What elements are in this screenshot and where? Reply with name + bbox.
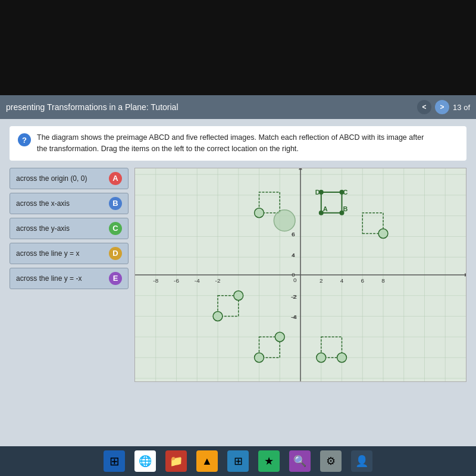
main-content: ? The diagram shows the preimage ABCD an… [0,119,476,452]
chrome-icon[interactable]: 🌐 [134,450,156,472]
grid-icon[interactable]: ⊞ [227,450,249,472]
drag-item-e-text: across the line y = -x [16,274,82,283]
drag-item-c[interactable]: across the y-axis C [10,218,129,239]
question-text: The diagram shows the preimage ABCD and … [37,132,424,155]
question-line2: the transformation. Drag the items on th… [37,145,299,153]
svg-text:6: 6 [292,231,295,237]
triangle-icon[interactable]: ▲ [196,450,218,472]
svg-text:-2: -2 [215,277,221,283]
drag-item-d-text: across the line y = x [16,249,79,258]
svg-text:-4: -4 [292,314,297,320]
header-bar: presenting Transformations in a Plane: T… [0,95,476,119]
drag-item-b-text: across the x-axis [16,199,70,208]
drag-label-c: C [109,222,122,235]
drag-item-a[interactable]: across the origin (0, 0) A [10,168,129,189]
drag-item-c-text: across the y-axis [16,224,70,233]
graph-area: -8 -6 -4 -2 2 4 6 8 4 6 -2 -4 0 [134,168,466,382]
svg-text:2: 2 [320,277,323,283]
svg-point-64 [255,353,264,362]
svg-point-65 [275,332,284,342]
svg-text:A: A [323,205,328,212]
svg-point-53 [340,210,345,215]
user-icon[interactable]: 👤 [351,450,372,472]
svg-text:-6: -6 [174,277,179,283]
content-area: across the origin (0, 0) A across the x-… [10,168,466,382]
question-box: ? The diagram shows the preimage ABCD an… [10,126,466,161]
question-line1: The diagram shows the preimage ABCD and … [37,133,424,142]
files-icon[interactable]: 📁 [165,450,187,472]
svg-point-57 [378,228,388,238]
left-panel: across the origin (0, 0) A across the x-… [10,168,129,382]
drag-item-b[interactable]: across the x-axis B [10,193,129,214]
header-title: presenting Transformations in a Plane: T… [6,102,178,112]
svg-point-52 [319,210,324,215]
svg-text:0: 0 [293,276,297,283]
svg-point-54 [340,190,345,195]
drag-item-a-text: across the origin (0, 0) [16,174,87,183]
svg-marker-27 [465,273,466,277]
top-black-bar [0,0,476,95]
svg-text:-8: -8 [153,277,158,283]
svg-point-55 [319,190,324,195]
settings-icon[interactable]: ⚙ [320,450,342,472]
svg-text:8: 8 [381,277,385,283]
svg-text:B: B [343,205,347,212]
drag-item-d[interactable]: across the line y = x D [10,243,129,264]
drag-label-d: D [109,247,122,260]
next-button[interactable]: > [435,100,449,114]
drag-label-b: B [109,197,122,210]
question-icon: ? [18,133,31,146]
svg-text:-2: -2 [292,293,297,299]
svg-text:4: 4 [292,252,295,258]
drag-label-e: E [109,272,122,285]
svg-text:4: 4 [340,277,344,283]
svg-point-69 [274,209,295,231]
drag-item-e[interactable]: across the line y = -x E [10,268,129,289]
coordinate-graph: -8 -6 -4 -2 2 4 6 8 4 6 -2 -4 0 [135,168,466,381]
header-nav: < > 13 of [417,100,470,114]
svg-point-62 [255,208,264,217]
drag-label-a: A [109,172,122,185]
star-icon[interactable]: ★ [258,450,280,472]
svg-point-59 [337,353,347,362]
svg-point-67 [213,311,223,321]
page-indicator: 13 of [453,103,470,112]
search-icon[interactable]: 🔍 [289,450,311,472]
prev-button[interactable]: < [417,100,431,114]
svg-text:6: 6 [361,277,364,283]
svg-text:-4: -4 [195,277,200,283]
taskbar: ⊞ 🌐 📁 ▲ ⊞ ★ 🔍 ⚙ 👤 [0,446,476,476]
windows-icon[interactable]: ⊞ [104,450,125,472]
svg-point-60 [317,353,326,362]
svg-point-68 [234,290,243,300]
